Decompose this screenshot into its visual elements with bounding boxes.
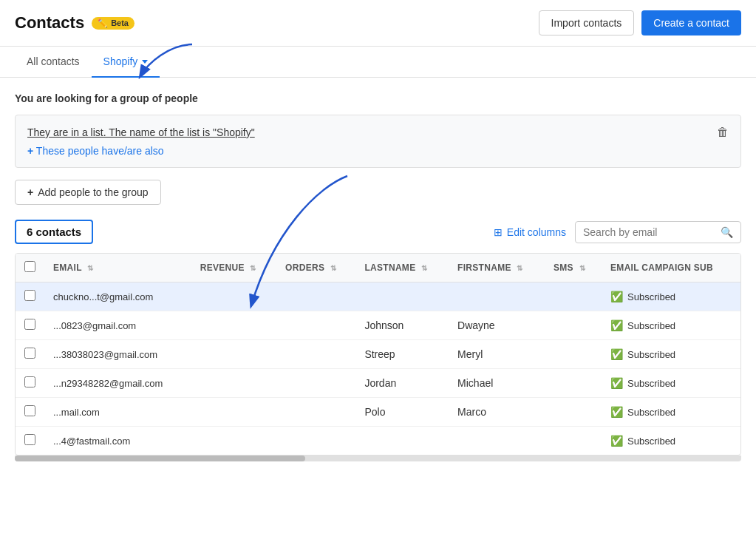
cell-email: chuckno...t@gmail.com xyxy=(44,282,191,311)
horizontal-scrollbar[interactable] xyxy=(15,456,741,461)
create-contact-button[interactable]: Create a contact xyxy=(641,10,741,35)
row-checkbox[interactable] xyxy=(24,405,35,416)
edit-columns-button[interactable]: ⊞ Edit columns xyxy=(494,226,566,238)
row-checkbox[interactable] xyxy=(24,319,35,330)
add-people-container: + Add people to the group xyxy=(15,180,741,205)
cell-revenue xyxy=(191,398,276,427)
col-firstname: FIRSTNAME ⇅ xyxy=(449,254,545,282)
row-checkbox-cell xyxy=(16,282,44,311)
cell-revenue xyxy=(191,282,276,311)
sort-icon: ⇅ xyxy=(517,264,522,272)
cell-orders xyxy=(276,340,355,369)
filter-section: They are in a list. The name of the list… xyxy=(15,115,741,168)
col-sms: SMS ⇅ xyxy=(545,254,602,282)
contacts-bar-right: ⊞ Edit columns 🔍 xyxy=(494,221,741,243)
col-orders: ORDERS ⇅ xyxy=(276,254,355,282)
cell-firstname xyxy=(449,427,545,456)
table-row: chuckno...t@gmail.com ✅ Subscribed xyxy=(16,282,740,311)
check-circle-icon: ✅ xyxy=(610,348,623,360)
table-row: ...0823@gmail.com Johnson Dwayne ✅ Subsc… xyxy=(16,311,740,340)
table-row: ...38038023@gmail.com Streep Meryl ✅ Sub… xyxy=(16,340,740,369)
row-checkbox[interactable] xyxy=(24,434,35,445)
cell-revenue xyxy=(191,369,276,398)
cell-lastname xyxy=(355,282,449,311)
sort-icon: ⇅ xyxy=(87,264,93,272)
contacts-table: EMAIL ⇅ REVENUE ⇅ ORDERS ⇅ LASTNAME ⇅ FI… xyxy=(16,254,740,455)
cell-lastname: Polo xyxy=(355,398,449,427)
cell-email: ...n29348282@gmail.com xyxy=(44,369,191,398)
tabs-bar: All contacts Shopify xyxy=(0,47,756,78)
col-revenue: REVENUE ⇅ xyxy=(191,254,276,282)
check-circle-icon: ✅ xyxy=(610,377,623,389)
cell-campaign-sub: ✅ Subscribed xyxy=(602,369,740,398)
tab-shopify[interactable]: Shopify xyxy=(92,47,160,78)
table-row: ...4@fastmail.com ✅ Subscribed xyxy=(16,427,740,456)
row-checkbox[interactable] xyxy=(24,290,35,301)
tab-all-contacts[interactable]: All contacts xyxy=(15,47,92,78)
search-input[interactable] xyxy=(583,226,716,238)
cell-campaign-sub: ✅ Subscribed xyxy=(602,340,740,369)
plus-icon-btn: + xyxy=(27,186,33,198)
cell-orders xyxy=(276,427,355,456)
add-people-button[interactable]: + Add people to the group xyxy=(15,180,161,205)
filter-text: They are in a list. The name of the list… xyxy=(27,126,255,138)
cell-firstname: Michael xyxy=(449,369,545,398)
cell-sms xyxy=(545,369,602,398)
columns-icon: ⊞ xyxy=(494,226,503,238)
table-row: ...mail.com Polo Marco ✅ Subscribed xyxy=(16,398,740,427)
page-header: Contacts ✏️ Beta Import contacts Create … xyxy=(0,0,756,47)
plus-icon: + xyxy=(27,145,33,157)
subscribed-badge: ✅ Subscribed xyxy=(610,319,732,331)
cell-sms xyxy=(545,340,602,369)
check-circle-icon: ✅ xyxy=(610,291,623,302)
row-checkbox-cell xyxy=(16,398,44,427)
sort-icon: ⇅ xyxy=(250,264,256,272)
contacts-bar: 6 contacts ⊞ Edit columns 🔍 xyxy=(15,220,741,244)
cell-lastname: Johnson xyxy=(355,311,449,340)
row-checkbox-cell xyxy=(16,427,44,456)
cell-lastname: Streep xyxy=(355,340,449,369)
filter-row: They are in a list. The name of the list… xyxy=(27,126,729,139)
cell-sms xyxy=(545,427,602,456)
delete-icon[interactable]: 🗑 xyxy=(717,126,729,139)
sort-icon: ⇅ xyxy=(421,264,427,272)
row-checkbox[interactable] xyxy=(24,376,35,387)
cell-orders xyxy=(276,369,355,398)
subscribed-badge: ✅ Subscribed xyxy=(610,406,732,418)
row-checkbox[interactable] xyxy=(24,348,35,359)
page-title: Contacts xyxy=(15,13,84,33)
cell-lastname: Jordan xyxy=(355,369,449,398)
row-checkbox-cell xyxy=(16,340,44,369)
import-contacts-button[interactable]: Import contacts xyxy=(539,10,635,35)
cell-campaign-sub: ✅ Subscribed xyxy=(602,398,740,427)
cell-revenue xyxy=(191,427,276,456)
header-checkbox-cell xyxy=(16,254,44,282)
contacts-count: 6 contacts xyxy=(15,220,93,244)
cell-sms xyxy=(545,311,602,340)
cell-email: ...mail.com xyxy=(44,398,191,427)
col-lastname: LASTNAME ⇅ xyxy=(355,254,449,282)
scrollbar-thumb[interactable] xyxy=(15,456,305,461)
subscribed-badge: ✅ Subscribed xyxy=(610,435,732,447)
select-all-checkbox[interactable] xyxy=(24,261,35,272)
cell-orders xyxy=(276,398,355,427)
also-row[interactable]: + These people have/are also xyxy=(27,145,729,157)
pencil-icon: ✏️ xyxy=(98,18,108,28)
cell-firstname: Meryl xyxy=(449,340,545,369)
search-icon: 🔍 xyxy=(721,226,733,238)
cell-firstname: Dwayne xyxy=(449,311,545,340)
cell-campaign-sub: ✅ Subscribed xyxy=(602,282,740,311)
cell-sms xyxy=(545,282,602,311)
cell-orders xyxy=(276,282,355,311)
cell-campaign-sub: ✅ Subscribed xyxy=(602,311,740,340)
cell-firstname xyxy=(449,282,545,311)
row-checkbox-cell xyxy=(16,369,44,398)
table-body: chuckno...t@gmail.com ✅ Subscribed ...08… xyxy=(16,282,740,456)
col-campaign-sub: EMAIL CAMPAIGN SUB xyxy=(602,254,740,282)
chevron-down-icon xyxy=(142,60,148,64)
cell-campaign-sub: ✅ Subscribed xyxy=(602,427,740,456)
group-label: You are looking for a group of people xyxy=(15,92,741,104)
subscribed-badge: ✅ Subscribed xyxy=(610,348,732,360)
cell-sms xyxy=(545,398,602,427)
cell-lastname xyxy=(355,427,449,456)
